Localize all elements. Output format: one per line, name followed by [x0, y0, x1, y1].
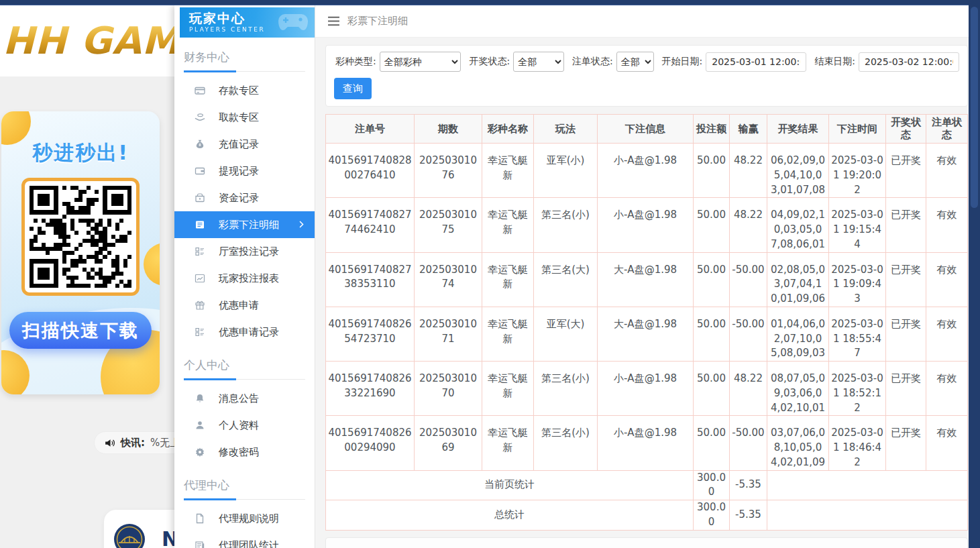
scrollbar[interactable]: [969, 0, 980, 548]
sidebar-item-label: 资金记录: [219, 192, 259, 205]
table-cell: 20250301075: [415, 198, 482, 252]
sidebar-item-promo-apply[interactable]: 优惠申请: [174, 292, 315, 319]
table-cell: 48.22: [730, 198, 767, 252]
sidebar-item-agent-team-stats[interactable]: 代理团队统计: [174, 532, 315, 548]
start-date-input[interactable]: [706, 52, 806, 72]
download-button[interactable]: 扫描快速下载: [9, 312, 152, 349]
sidebar-item-messages[interactable]: 消息公告: [174, 385, 315, 412]
report-chart-icon: [195, 273, 205, 284]
lottery-type-select[interactable]: 全部彩种: [380, 52, 461, 72]
summary-row: 总统计300.00-5.35: [326, 500, 968, 531]
sidebar-item-promo-apply-records[interactable]: 优惠申请记录: [174, 319, 315, 345]
table-row: 40156917408265472371020250301071幸运飞艇新亚军(…: [326, 307, 968, 361]
gold-blob-decor: [144, 243, 160, 286]
column-header: 投注额: [694, 115, 730, 144]
table-cell: 2025-03-01 19:20:02: [829, 144, 886, 198]
table-cell: 有效: [926, 307, 968, 361]
table-cell: 第三名(大): [534, 252, 598, 307]
table-cell: 02,08,05,03,07,04,10,01,09,06: [767, 252, 829, 307]
table-cell: 小-A盘@1.98: [598, 362, 694, 416]
table-cell: 48.22: [730, 362, 767, 416]
menu-toggle-icon[interactable]: [327, 16, 340, 26]
column-header: 注单号: [326, 115, 415, 144]
column-header: 开奖状态: [886, 115, 926, 144]
table-cell: 有效: [926, 362, 968, 416]
table-cell: 幸运飞艇新: [482, 362, 534, 416]
bet-table: 注单号期数彩种名称玩法下注信息投注额输赢开奖结果下注时间开奖状态注单状态 401…: [325, 114, 968, 531]
table-cell: 08,07,05,09,03,06,04,02,10,01: [767, 362, 829, 416]
sidebar-item-label: 个人资料: [219, 419, 259, 432]
sidebar-header: 玩家中心 PLAYERS CENTER: [180, 7, 315, 38]
table-cell: 401569174082738353110: [326, 252, 415, 307]
summary-amount: 300.00: [694, 500, 730, 531]
table-cell: -50.00: [730, 307, 767, 361]
sidebar-item-funds-records[interactable]: 资金记录: [174, 184, 315, 211]
search-button[interactable]: 查询: [334, 78, 372, 99]
table-cell: 01,04,06,02,07,10,05,08,09,03: [767, 307, 829, 361]
order-status-select[interactable]: 全部: [616, 52, 654, 72]
table-cell: 50.00: [694, 362, 730, 416]
summary-win-loss: -5.35: [730, 470, 767, 500]
table-cell: 50.00: [694, 198, 730, 252]
sidebar-section-title: 个人中心: [184, 358, 305, 380]
table-cell: 第三名(小): [534, 416, 598, 470]
draw-status-select[interactable]: 全部: [513, 52, 564, 72]
table-cell: 20250301076: [415, 144, 482, 198]
table-cell: 有效: [926, 144, 968, 198]
summary-empty: [767, 500, 968, 531]
sidebar-item-player-bet-report[interactable]: 玩家投注报表: [174, 265, 315, 292]
table-cell: 已开奖: [886, 144, 926, 198]
sidebar-section-title: 代理中心: [184, 478, 305, 500]
table-cell: 大-A盘@1.98: [598, 307, 694, 361]
gear-icon: [195, 447, 205, 457]
table-row: 40156917408280027641020250301076幸运飞艇新亚军(…: [326, 144, 968, 198]
table-cell: 20250301074: [415, 252, 482, 307]
sidebar-item-label: 存款专区: [219, 85, 259, 97]
topbar: 彩票下注明细: [315, 5, 969, 38]
chevron-right-icon: [297, 220, 306, 229]
table-cell: 亚军(大): [534, 307, 598, 361]
table-cell: 已开奖: [886, 362, 926, 416]
column-header: 期数: [415, 115, 482, 144]
table-cell: 50.00: [694, 307, 730, 361]
sidebar-item-withdraw-zone[interactable]: 取款专区: [174, 104, 315, 131]
sidebar-section-title: 财务中心: [184, 50, 305, 72]
sidebar-item-label: 优惠申请: [219, 299, 259, 312]
page-title: 彩票下注明细: [347, 15, 408, 28]
table-cell: 2025-03-01 19:09:43: [829, 252, 886, 307]
grid-list-icon: [195, 327, 205, 337]
table-cell: 第三名(小): [534, 362, 598, 416]
table-cell: 03,07,06,08,10,05,04,02,01,09: [767, 416, 829, 470]
sidebar-item-agent-rules[interactable]: 代理规则说明: [174, 505, 315, 532]
table-cell: 幸运飞艇新: [482, 307, 534, 361]
sidebar-item-label: 代理规则说明: [219, 512, 279, 525]
table-cell: 48.22: [730, 144, 767, 198]
team-logo-icon: [113, 523, 146, 548]
table-cell: -50.00: [730, 416, 767, 470]
column-header: 下注时间: [829, 115, 886, 144]
qr-code: [21, 178, 140, 296]
table-cell: 小-A盘@1.98: [598, 144, 694, 198]
end-date-input[interactable]: [859, 52, 959, 72]
sidebar-item-change-password[interactable]: 修改密码: [174, 439, 315, 465]
sidebar-item-hall-bet-records[interactable]: 厅室投注记录: [174, 238, 315, 265]
person-icon: [195, 420, 205, 431]
end-date-label: 结束日期:: [814, 56, 855, 68]
sidebar-item-recharge-records[interactable]: 充值记录: [174, 131, 315, 158]
order-status-label: 注单状态:: [572, 56, 613, 68]
table-cell: 401569174082600294090: [326, 416, 415, 470]
table-cell: 401569174082800276410: [326, 144, 415, 198]
sidebar-item-withdraw-records[interactable]: 提现记录: [174, 158, 315, 184]
download-banner: 秒进秒出! 扫描快速下载: [1, 111, 160, 394]
sidebar-item-deposit-zone[interactable]: 存款专区: [174, 77, 315, 104]
screen: HH GAME 秒进秒出! 扫描快速下载 快讯: %无上 N 玩家中心 PLAY…: [0, 0, 980, 548]
table-row: 40156917408277446241020250301075幸运飞艇新第三名…: [326, 198, 968, 252]
sidebar-item-lottery-bet-details[interactable]: 彩票下注明细: [174, 211, 315, 238]
summary-win-loss: -5.35: [730, 500, 767, 531]
gamepad-icon: [277, 11, 309, 34]
table-cell: 20250301070: [415, 362, 482, 416]
player-center-panel: 玩家中心 PLAYERS CENTER 财务中心存款专区取款专区充值记录提现记录…: [174, 5, 969, 548]
sidebar-item-profile[interactable]: 个人资料: [174, 412, 315, 439]
sidebar-item-label: 提现记录: [219, 165, 259, 178]
sidebar-item-label: 厅室投注记录: [219, 245, 279, 258]
